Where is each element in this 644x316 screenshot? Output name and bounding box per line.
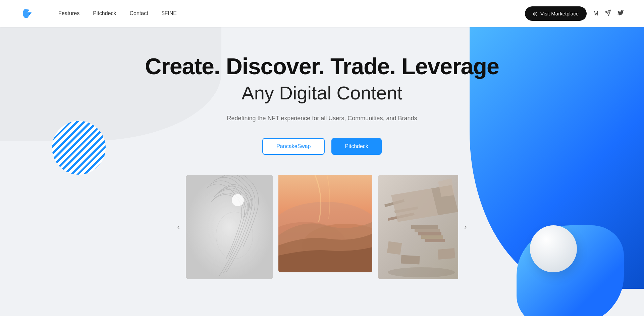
nav-link-fine[interactable]: $FINE <box>162 10 177 16</box>
architecture-svg <box>378 175 458 279</box>
svg-rect-19 <box>438 248 455 260</box>
navbar-right: ◎ Visit Marketplace M <box>525 6 624 21</box>
white-sphere <box>530 225 577 272</box>
pitchdeck-button[interactable]: Pitchdeck <box>331 138 381 155</box>
hero-section: Create. Discover. Trade. Leverage Any Di… <box>0 27 644 316</box>
navbar-left: Features Pitchdeck Contact $FINE <box>20 6 177 20</box>
telegram-icon[interactable] <box>604 9 611 18</box>
hero-title-light: Any Digital Content <box>145 82 499 104</box>
hero-subtitle: Redefining the NFT experience for all Us… <box>145 115 499 122</box>
navbar: Features Pitchdeck Contact $FINE ◎ Visit… <box>0 0 644 27</box>
svg-point-22 <box>388 267 455 277</box>
sketch-portrait-svg <box>186 175 273 279</box>
carousel-images <box>186 175 458 279</box>
carousel-item-0 <box>186 175 273 279</box>
carousel-item-1 <box>278 175 372 272</box>
svg-rect-18 <box>387 241 402 255</box>
nav-link-features[interactable]: Features <box>58 10 79 16</box>
svg-rect-20 <box>401 255 420 265</box>
marketplace-icon: ◎ <box>533 10 538 17</box>
hero-content: Create. Discover. Trade. Leverage Any Di… <box>145 54 499 155</box>
hero-buttons: PancakeSwap Pitchdeck <box>145 138 499 155</box>
carousel-item-2 <box>378 175 458 279</box>
visit-marketplace-label: Visit Marketplace <box>540 11 579 16</box>
pancakeswap-button[interactable]: PancakeSwap <box>262 138 325 155</box>
nav-link-pitchdeck[interactable]: Pitchdeck <box>93 10 116 16</box>
hero-title-bold: Create. Discover. Trade. Leverage <box>145 54 499 79</box>
nav-link-contact[interactable]: Contact <box>130 10 148 16</box>
svg-rect-13 <box>411 225 438 229</box>
carousel-next[interactable]: › <box>458 220 473 234</box>
carousel: ‹ <box>171 175 473 279</box>
landscape-svg <box>278 175 372 272</box>
twitter-icon[interactable] <box>617 9 624 18</box>
svg-rect-16 <box>421 235 443 239</box>
striped-circle <box>52 121 106 175</box>
social-icons: M <box>593 9 624 18</box>
svg-rect-15 <box>418 232 441 235</box>
carousel-prev[interactable]: ‹ <box>171 220 186 234</box>
nav-links: Features Pitchdeck Contact $FINE <box>58 10 177 16</box>
svg-rect-17 <box>425 239 445 242</box>
svg-point-2 <box>232 194 244 206</box>
svg-rect-14 <box>415 229 440 232</box>
logo-icon[interactable] <box>20 6 34 20</box>
medium-icon[interactable]: M <box>593 10 598 17</box>
visit-marketplace-button[interactable]: ◎ Visit Marketplace <box>525 6 587 21</box>
